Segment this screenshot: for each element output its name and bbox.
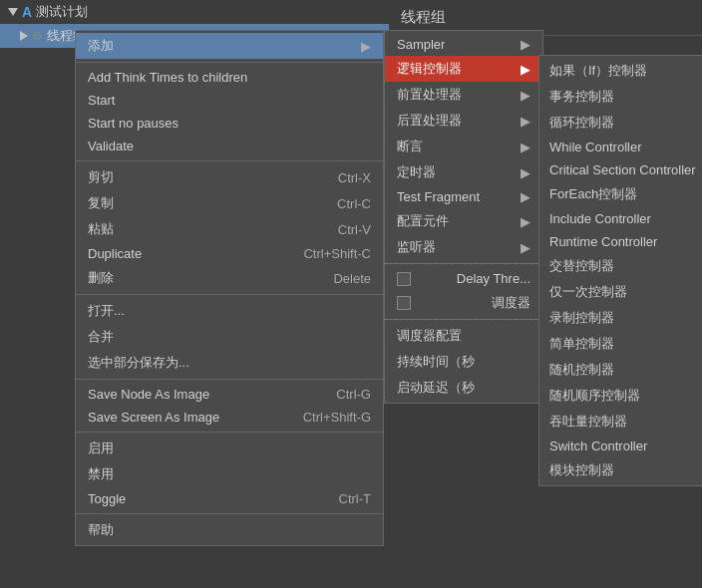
sampler-arrow-icon: ▶ xyxy=(521,37,530,52)
menu-item-save-node[interactable]: Save Node As Image Ctrl-G xyxy=(76,383,383,406)
submenu-throughput-controller-label: 吞吐量控制器 xyxy=(549,413,627,431)
divider-5 xyxy=(76,432,383,433)
submenu-interleave-controller[interactable]: 交替控制器 xyxy=(539,253,702,279)
submenu-random-order-controller[interactable]: 随机顺序控制器 xyxy=(539,383,702,409)
submenu-startup-delay-label: 启动延迟（秒 xyxy=(397,379,475,397)
submenu-transaction-controller[interactable]: 事务控制器 xyxy=(539,84,702,110)
copy-shortcut: Ctrl-C xyxy=(337,196,371,211)
submenu-logic-controller-label: 逻辑控制器 xyxy=(397,60,462,78)
submenu-throughput-controller[interactable]: 吞吐量控制器 xyxy=(539,409,702,435)
divider-6 xyxy=(76,513,383,514)
submenu-sampler[interactable]: Sampler ▶ xyxy=(385,33,542,56)
submenu-startup-delay[interactable]: 启动延迟（秒 xyxy=(385,375,542,401)
submenu-loop-controller[interactable]: 循环控制器 xyxy=(539,110,702,136)
menu-item-add-think-times[interactable]: Add Think Times to children xyxy=(76,66,383,89)
menu-item-add[interactable]: 添加 ▶ xyxy=(76,33,383,59)
menu-item-delete[interactable]: 删除 Delete xyxy=(76,265,383,291)
divider-3 xyxy=(76,294,383,295)
context-menu: 添加 ▶ Add Think Times to children Start S… xyxy=(75,30,384,546)
submenu-timer[interactable]: 定时器 ▶ xyxy=(385,159,542,185)
submenu-scheduler[interactable]: 调度器 xyxy=(385,290,542,316)
submenu-config-element[interactable]: 配置元件 ▶ xyxy=(385,208,542,234)
menu-item-disable[interactable]: 禁用 xyxy=(76,461,383,487)
menu-item-save-node-label: Save Node As Image xyxy=(88,387,209,402)
menu-item-help[interactable]: 帮助 xyxy=(76,517,383,543)
submenu-critical-section-controller[interactable]: Critical Section Controller xyxy=(539,158,702,181)
menu-item-toggle-label: Toggle xyxy=(88,491,126,506)
menu-item-validate-label: Validate xyxy=(88,139,134,153)
submenu-post-processor[interactable]: 后置处理器 ▶ xyxy=(385,108,542,134)
submenu-module-controller[interactable]: 模块控制器 xyxy=(539,457,702,483)
submenu-interleave-controller-label: 交替控制器 xyxy=(549,257,614,275)
divider-2 xyxy=(76,160,383,161)
submenu-listener[interactable]: 监听器 ▶ xyxy=(385,234,542,260)
menu-item-copy[interactable]: 复制 Ctrl-C xyxy=(76,190,383,216)
menu-item-paste-label: 粘贴 xyxy=(88,220,114,238)
submenu-once-only-controller[interactable]: 仅一次控制器 xyxy=(539,279,702,305)
submenu-critical-section-controller-label: Critical Section Controller xyxy=(549,162,696,177)
post-processor-arrow-icon: ▶ xyxy=(521,114,530,129)
submenu-timer-label: 定时器 xyxy=(397,163,436,181)
submenu-pre-processor-label: 前置处理器 xyxy=(397,86,462,104)
duplicate-shortcut: Ctrl+Shift-C xyxy=(303,246,371,261)
submenu-include-controller[interactable]: Include Controller xyxy=(539,207,702,230)
menu-item-add-label: 添加 xyxy=(88,37,114,55)
submenu1-divider2 xyxy=(385,319,542,320)
submenu-duration[interactable]: 持续时间（秒 xyxy=(385,349,542,375)
menu-item-validate[interactable]: Validate xyxy=(76,135,383,157)
menu-item-save-selected-label: 选中部分保存为... xyxy=(88,354,189,372)
timer-arrow-icon: ▶ xyxy=(521,165,530,180)
submenu-while-controller[interactable]: While Controller xyxy=(539,136,702,158)
menu-item-start-no-pauses[interactable]: Start no pauses xyxy=(76,112,383,135)
submenu-config-element-label: 配置元件 xyxy=(397,212,449,230)
submenu-loop-controller-label: 循环控制器 xyxy=(549,114,614,132)
submenu-runtime-controller[interactable]: Runtime Controller xyxy=(539,230,702,253)
submenu-switch-controller-label: Switch Controller xyxy=(549,439,647,453)
menu-item-start-label: Start xyxy=(88,93,115,108)
submenu-scheduler-config[interactable]: 调度器配置 xyxy=(385,323,542,349)
menu-item-save-screen[interactable]: Save Screen As Image Ctrl+Shift-G xyxy=(76,406,383,429)
menu-item-save-selected[interactable]: 选中部分保存为... xyxy=(76,350,383,376)
submenu-once-only-controller-label: 仅一次控制器 xyxy=(549,283,627,301)
submenu1-divider xyxy=(385,263,542,264)
testplan-icon: A xyxy=(22,4,32,20)
menu-item-delete-label: 删除 xyxy=(88,269,114,287)
submenu-delay-threads[interactable]: Delay Thre... xyxy=(385,267,542,290)
menu-item-duplicate[interactable]: Duplicate Ctrl+Shift-C xyxy=(76,242,383,265)
menu-item-disable-label: 禁用 xyxy=(88,465,114,483)
menu-item-merge[interactable]: 合并 xyxy=(76,324,383,350)
submenu-random-controller[interactable]: 随机控制器 xyxy=(539,357,702,383)
menu-item-open-label: 打开... xyxy=(88,302,125,320)
submenu-while-controller-label: While Controller xyxy=(549,140,641,154)
submenu-logic-controllers: 如果（If）控制器 事务控制器 循环控制器 While Controller C… xyxy=(538,55,702,486)
save-screen-shortcut: Ctrl+Shift-G xyxy=(303,410,371,425)
menu-item-cut[interactable]: 剪切 Ctrl-X xyxy=(76,164,383,190)
submenu-simple-controller-label: 简单控制器 xyxy=(549,335,614,353)
submenu-recording-controller[interactable]: 录制控制器 xyxy=(539,305,702,331)
submenu-test-fragment[interactable]: Test Fragment ▶ xyxy=(385,185,542,208)
menu-item-toggle[interactable]: Toggle Ctrl-T xyxy=(76,487,383,510)
menu-item-enable[interactable]: 启用 xyxy=(76,436,383,461)
scheduler-checkbox xyxy=(397,296,411,310)
submenu-switch-controller[interactable]: Switch Controller xyxy=(539,435,702,457)
tree-item-testplan[interactable]: A 测试计划 xyxy=(0,0,389,24)
submenu-assertion[interactable]: 断言 ▶ xyxy=(385,134,542,159)
submenu-logic-controller[interactable]: 逻辑控制器 ▶ xyxy=(385,56,542,82)
toggle-shortcut: Ctrl-T xyxy=(339,491,372,506)
menu-item-start[interactable]: Start xyxy=(76,89,383,112)
menu-item-paste[interactable]: 粘贴 Ctrl-V xyxy=(76,216,383,242)
submenu-foreach-controller[interactable]: ForEach控制器 xyxy=(539,181,702,207)
submenu-test-fragment-label: Test Fragment xyxy=(397,189,480,204)
submenu-pre-processor[interactable]: 前置处理器 ▶ xyxy=(385,82,542,108)
expand-icon xyxy=(8,8,18,16)
submenu-module-controller-label: 模块控制器 xyxy=(549,461,614,479)
delay-threads-checkbox xyxy=(397,272,411,286)
submenu-recording-controller-label: 录制控制器 xyxy=(549,309,614,327)
submenu-simple-controller[interactable]: 简单控制器 xyxy=(539,331,702,357)
submenu-foreach-controller-label: ForEach控制器 xyxy=(549,185,637,203)
divider-1 xyxy=(76,62,383,63)
submenu-if-controller[interactable]: 如果（If）控制器 xyxy=(539,58,702,84)
submenu-scheduler-label: 调度器 xyxy=(492,294,530,312)
menu-item-open[interactable]: 打开... xyxy=(76,298,383,324)
gear-icon: ⚙ xyxy=(32,29,43,43)
